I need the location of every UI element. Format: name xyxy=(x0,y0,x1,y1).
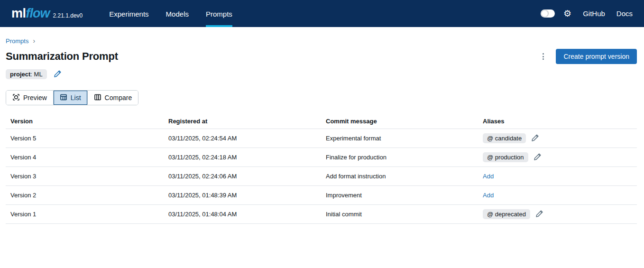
alias-add-link[interactable]: Add xyxy=(483,173,494,180)
main-nav: Experiments Models Prompts xyxy=(109,0,232,27)
cell-commit-message: Finalize for production xyxy=(321,154,478,161)
columns-icon xyxy=(94,93,101,102)
cell-commit-message: Improvement xyxy=(321,192,478,199)
logo-flow-text: flow xyxy=(26,6,50,21)
table-row[interactable]: Version 5 03/11/2025, 02:24:54 AM Experi… xyxy=(6,129,637,148)
tag-value: ML xyxy=(34,71,43,78)
cell-version: Version 5 xyxy=(6,135,164,142)
cell-version: Version 2 xyxy=(6,192,164,199)
tag-row: project: ML xyxy=(6,69,637,79)
table-row[interactable]: Version 2 03/11/2025, 01:48:39 AM Improv… xyxy=(6,186,637,205)
alias-tag: @ deprecated xyxy=(483,209,530,219)
breadcrumb-prompts-link[interactable]: Prompts xyxy=(6,37,28,45)
toggle-knob xyxy=(541,10,548,17)
table-row[interactable]: Version 3 03/11/2025, 02:24:06 AM Add fo… xyxy=(6,167,637,186)
table-header: Version Registered at Commit message Ali… xyxy=(6,113,637,129)
cell-registered-at: 03/11/2025, 02:24:54 AM xyxy=(164,135,321,142)
alias-tag: @ candidate xyxy=(483,133,526,143)
cell-version: Version 1 xyxy=(6,211,164,218)
create-prompt-version-button[interactable]: Create prompt version xyxy=(556,49,637,64)
top-navbar: mlflow 2.21.1.dev0 Experiments Models Pr… xyxy=(0,0,644,27)
chevron-right-icon: › xyxy=(33,37,35,45)
title-actions: Create prompt version xyxy=(537,49,637,64)
pencil-icon xyxy=(534,153,542,162)
gear-icon[interactable]: ⚙ xyxy=(563,9,571,18)
cell-aliases: Add xyxy=(478,173,637,180)
col-registered-at: Registered at xyxy=(164,118,321,125)
nav-item-models[interactable]: Models xyxy=(166,0,189,27)
col-commit-message: Commit message xyxy=(321,118,478,125)
navbar-right: ⚙ GitHub Docs xyxy=(541,0,633,27)
alias-add-link[interactable]: Add xyxy=(483,192,494,199)
table-row[interactable]: Version 4 03/11/2025, 02:24:18 AM Finali… xyxy=(6,148,637,167)
tag-separator: : xyxy=(30,71,34,78)
table-icon xyxy=(60,93,67,102)
alias-edit-button[interactable] xyxy=(535,210,543,219)
mlflow-logo[interactable]: mlflow 2.21.1.dev0 xyxy=(11,0,83,27)
view-switcher: Preview List Compare xyxy=(6,90,138,105)
tab-compare-label: Compare xyxy=(105,94,132,102)
cell-version: Version 4 xyxy=(6,154,164,161)
tab-preview-label: Preview xyxy=(23,94,47,102)
cell-commit-message: Add format instruction xyxy=(321,173,478,180)
pencil-icon xyxy=(54,70,62,79)
tab-list[interactable]: List xyxy=(54,91,88,105)
col-version: Version xyxy=(6,118,164,125)
table-row[interactable]: Version 1 03/11/2025, 01:48:04 AM Initia… xyxy=(6,205,637,224)
cell-commit-message: Experimental format xyxy=(321,135,478,142)
version-label: 2.21.1.dev0 xyxy=(53,12,83,19)
tab-list-label: List xyxy=(71,94,81,102)
overflow-menu-button[interactable] xyxy=(537,50,549,63)
tab-compare[interactable]: Compare xyxy=(88,91,138,105)
cell-registered-at: 03/11/2025, 02:24:06 AM xyxy=(164,173,321,180)
alias-edit-button[interactable] xyxy=(534,153,542,162)
project-tag: project: ML xyxy=(6,69,47,79)
col-aliases: Aliases xyxy=(478,118,637,125)
alias-tag: @ production xyxy=(483,152,528,162)
cell-registered-at: 03/11/2025, 02:24:18 AM xyxy=(164,154,321,161)
alias-edit-button[interactable] xyxy=(531,134,539,143)
logo-ml-text: ml xyxy=(11,6,26,21)
title-row: Summarization Prompt Create prompt versi… xyxy=(6,49,637,64)
cell-commit-message: Initial commit xyxy=(321,211,478,218)
nav-item-prompts[interactable]: Prompts xyxy=(206,0,232,27)
preview-icon xyxy=(12,93,20,102)
breadcrumb: Prompts › xyxy=(6,37,637,45)
cell-aliases: @ deprecated xyxy=(478,209,637,219)
page-title: Summarization Prompt xyxy=(6,50,118,63)
cell-aliases: @ production xyxy=(478,152,637,162)
table-body: Version 5 03/11/2025, 02:24:54 AM Experi… xyxy=(6,129,637,224)
docs-link[interactable]: Docs xyxy=(616,9,633,18)
cell-aliases: @ candidate xyxy=(478,133,637,143)
pencil-icon xyxy=(535,210,543,219)
prompt-detail-page: Prompts › Summarization Prompt Create pr… xyxy=(0,37,644,224)
tab-preview[interactable]: Preview xyxy=(6,91,54,105)
cell-aliases: Add xyxy=(478,192,637,199)
versions-table: Version Registered at Commit message Ali… xyxy=(6,113,637,224)
cell-version: Version 3 xyxy=(6,173,164,180)
cell-registered-at: 03/11/2025, 01:48:04 AM xyxy=(164,211,321,218)
cell-registered-at: 03/11/2025, 01:48:39 AM xyxy=(164,192,321,199)
tag-key: project xyxy=(10,71,30,78)
pencil-icon xyxy=(531,134,539,143)
edit-tags-button[interactable] xyxy=(54,70,62,79)
nav-item-experiments[interactable]: Experiments xyxy=(109,0,148,27)
theme-toggle[interactable] xyxy=(541,9,555,18)
github-link[interactable]: GitHub xyxy=(583,9,605,18)
